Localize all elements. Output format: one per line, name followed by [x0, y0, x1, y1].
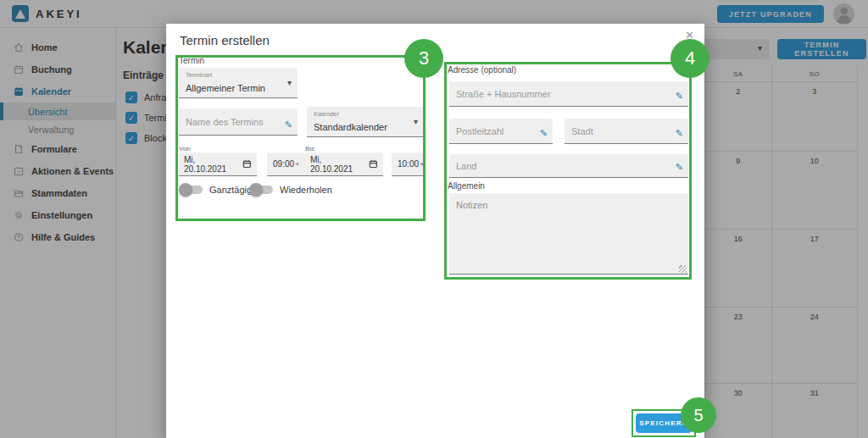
page: AKEYI JETZT UPGRADEN Home Buchung Kalend… — [0, 0, 868, 438]
wiederholen-toggle[interactable] — [251, 186, 273, 194]
chevron-down-icon: ▾ — [420, 161, 424, 168]
annotation-step-5: 5 — [681, 397, 716, 433]
von-date-picker[interactable]: Mi, 20.10.2021 — [179, 152, 257, 176]
wiederholen-label: Wiederholen — [280, 185, 332, 195]
termin-name-input[interactable] — [179, 108, 298, 135]
terminart-label: Terminart — [186, 71, 212, 79]
ganztaegig-toggle-row: Ganztägig — [181, 185, 252, 195]
calendar-picker-icon — [369, 159, 378, 169]
stadt-field: ✎ — [565, 119, 688, 144]
von-date-value: Mi, 20.10.2021 — [184, 155, 238, 174]
termin-section-label: Termin — [179, 56, 204, 65]
bis-date-picker[interactable]: Mi, 20.10.2021 — [305, 152, 383, 176]
stadt-input[interactable] — [565, 119, 688, 143]
termin-name-field: ✎ — [179, 108, 298, 136]
kalender-label: Kalender — [314, 110, 339, 118]
terminart-value: Allgemeiner Termin — [186, 83, 265, 93]
plz-field: ✎ — [449, 119, 553, 144]
kalender-value: Standardkalender — [314, 122, 387, 132]
ganztaegig-label: Ganztägig — [209, 185, 252, 195]
bis-date-value: Mi, 20.10.2021 — [310, 155, 364, 174]
bis-time-picker[interactable]: 10:00 ▾ — [392, 152, 426, 176]
calendar-picker-icon — [242, 159, 252, 169]
strasse-field: ✎ — [449, 81, 688, 107]
chevron-down-icon: ▾ — [296, 161, 299, 168]
modal-title: Termin erstellen — [180, 33, 270, 47]
bis-time-value: 10:00 — [398, 159, 419, 169]
create-termin-modal: Termin erstellen ✕ Termin Terminart Allg… — [166, 24, 704, 438]
terminart-select[interactable]: Terminart Allgemeiner Termin ▾ — [179, 68, 298, 98]
chevron-down-icon: ▾ — [414, 117, 418, 126]
bis-label: Bis — [305, 145, 314, 152]
notizen-textarea[interactable] — [449, 193, 688, 274]
land-input[interactable] — [449, 154, 688, 177]
annotation-step-4: 4 — [670, 39, 709, 78]
strasse-input[interactable] — [449, 81, 688, 106]
von-time-picker[interactable]: 09:00 ▾ — [267, 152, 306, 176]
wiederholen-toggle-row: Wiederholen — [251, 185, 332, 195]
annotation-step-3: 3 — [404, 39, 443, 78]
kalender-select[interactable]: Kalender Standardkalender ▾ — [307, 107, 424, 137]
adresse-section-label: Adresse (optional) — [448, 65, 516, 75]
von-time-value: 09:00 — [273, 159, 294, 169]
ganztaegig-toggle[interactable] — [181, 186, 203, 194]
chevron-down-icon: ▾ — [287, 78, 292, 87]
land-field: ✎ — [449, 154, 688, 178]
allgemein-section-label: Allgemein — [448, 181, 485, 191]
plz-input[interactable] — [449, 119, 553, 143]
von-label: Von — [179, 145, 191, 152]
